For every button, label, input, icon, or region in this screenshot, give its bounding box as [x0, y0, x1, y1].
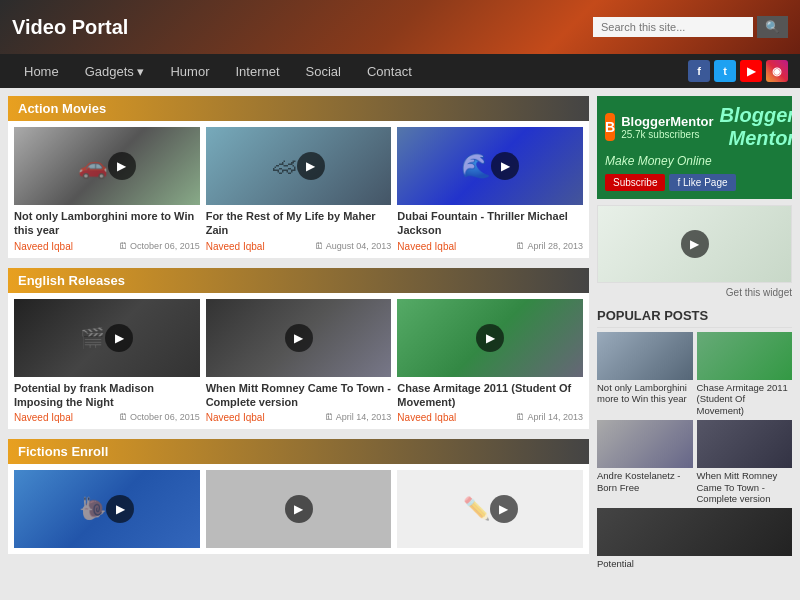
play-button[interactable]: ▶: [297, 152, 325, 180]
video-card[interactable]: ▶: [206, 470, 392, 548]
twitter-icon[interactable]: t: [714, 60, 736, 82]
nav-gadgets[interactable]: Gadgets ▾: [73, 58, 157, 85]
video-thumb: ▶: [14, 127, 200, 205]
video-date: 🗓 April 14, 2013: [516, 412, 583, 423]
section-videos-english: ▶ Potential by frank Madison Imposing th…: [8, 293, 589, 430]
video-card[interactable]: ▶: [14, 470, 200, 548]
video-card[interactable]: ▶ When Mitt Romney Came To Town - Comple…: [206, 299, 392, 424]
search-input[interactable]: [593, 17, 753, 37]
popular-item[interactable]: Andre Kostelanetz - Born Free: [597, 420, 693, 504]
youtube-icon[interactable]: ▶: [740, 60, 762, 82]
video-author: Naveed Iqbal: [397, 241, 456, 252]
like-button[interactable]: f Like Page: [669, 174, 735, 191]
nav-contact[interactable]: Contact: [355, 58, 424, 85]
video-thumb: ▶: [14, 470, 200, 548]
popular-item[interactable]: Chase Armitage 2011 (Student Of Movement…: [697, 332, 793, 416]
sidebar: B BloggerMentor 25.7k subscribers Blogge…: [597, 96, 792, 592]
video-meta: Naveed Iqbal 🗓 October 06, 2015: [14, 241, 200, 252]
section-english-releases: English Releases ▶ Potential by frank Ma…: [8, 268, 589, 430]
video-author: Naveed Iqbal: [14, 412, 73, 423]
video-thumb: ▶: [206, 127, 392, 205]
navbar: Home Gadgets ▾ Humor Internet Social Con…: [0, 54, 800, 88]
section-header-english: English Releases: [8, 268, 589, 293]
popular-item[interactable]: When Mitt Romney Came To Town - Complete…: [697, 420, 793, 504]
play-button[interactable]: ▶: [476, 324, 504, 352]
video-meta: Naveed Iqbal 🗓 August 04, 2013: [206, 241, 392, 252]
nav-links: Home Gadgets ▾ Humor Internet Social Con…: [12, 58, 424, 85]
video-date: 🗓 August 04, 2013: [315, 241, 392, 252]
play-button[interactable]: ▶: [490, 495, 518, 523]
coo-widget[interactable]: ▶: [597, 205, 792, 283]
video-meta: Naveed Iqbal 🗓 October 06, 2015: [14, 412, 200, 423]
video-thumb: ▶: [397, 299, 583, 377]
nav-social[interactable]: Social: [294, 58, 353, 85]
coo-thumb: ▶: [598, 206, 791, 282]
section-videos-action: ▶ Not only Lamborghini more to Win this …: [8, 121, 589, 258]
popular-thumb: [697, 420, 793, 468]
blogger-info: BloggerMentor 25.7k subscribers: [621, 114, 713, 140]
popular-thumb: [597, 332, 693, 380]
section-title-english: English Releases: [18, 273, 125, 288]
video-thumb: ▶: [14, 299, 200, 377]
popular-posts-section: POPULAR POSTS Not only Lamborghini more …: [597, 304, 792, 570]
play-button[interactable]: ▶: [285, 324, 313, 352]
play-button[interactable]: ▶: [105, 324, 133, 352]
blogger-top: B BloggerMentor 25.7k subscribers Blogge…: [605, 104, 784, 150]
video-thumb: ▶: [397, 127, 583, 205]
popular-row: Not only Lamborghini more to Win this ye…: [597, 332, 792, 416]
site-title: Video Portal: [12, 16, 128, 39]
popular-grid: Not only Lamborghini more to Win this ye…: [597, 332, 792, 570]
header: Video Portal 🔍: [0, 0, 800, 54]
instagram-icon[interactable]: ◉: [766, 60, 788, 82]
subscribe-button[interactable]: Subscribe: [605, 174, 665, 191]
play-button[interactable]: ▶: [491, 152, 519, 180]
popular-thumb: [697, 332, 793, 380]
video-title: For the Rest of My Life by Maher Zain: [206, 209, 392, 238]
play-button[interactable]: ▶: [285, 495, 313, 523]
video-date: 🗓 April 14, 2013: [325, 412, 392, 423]
video-date: 🗓 October 06, 2015: [119, 241, 200, 252]
popular-item-title: When Mitt Romney Came To Town - Complete…: [697, 470, 793, 504]
section-title-action: Action Movies: [18, 101, 106, 116]
popular-item[interactable]: Not only Lamborghini more to Win this ye…: [597, 332, 693, 416]
social-icons: f t ▶ ◉: [688, 60, 788, 82]
video-card[interactable]: ▶ Potential by frank Madison Imposing th…: [14, 299, 200, 424]
video-date: 🗓 April 28, 2013: [516, 241, 583, 252]
nav-home[interactable]: Home: [12, 58, 71, 85]
get-widget-link[interactable]: Get this widget: [597, 287, 792, 298]
video-title: Chase Armitage 2011 (Student Of Movement…: [397, 381, 583, 410]
section-header-action: Action Movies: [8, 96, 589, 121]
facebook-icon[interactable]: f: [688, 60, 710, 82]
video-author: Naveed Iqbal: [14, 241, 73, 252]
video-author: Naveed Iqbal: [206, 412, 265, 423]
video-meta: Naveed Iqbal 🗓 April 14, 2013: [206, 412, 392, 423]
video-card[interactable]: ▶ For the Rest of My Life by Maher Zain …: [206, 127, 392, 252]
popular-thumb: [597, 420, 693, 468]
video-thumb: ▶: [206, 299, 392, 377]
video-author: Naveed Iqbal: [206, 241, 265, 252]
video-title: Dubai Fountain - Thriller Michael Jackso…: [397, 209, 583, 238]
video-meta: Naveed Iqbal 🗓 April 14, 2013: [397, 412, 583, 423]
popular-item-title: Chase Armitage 2011 (Student Of Movement…: [697, 382, 793, 416]
search-container: 🔍: [593, 16, 788, 38]
section-action-movies: Action Movies ▶ Not only Lamborghini mor…: [8, 96, 589, 258]
video-thumb: ▶: [397, 470, 583, 548]
section-videos-fictions: ▶ ▶ ▶: [8, 464, 589, 554]
blogger-buttons: Subscribe f Like Page: [605, 174, 784, 191]
video-meta: Naveed Iqbal 🗓 April 28, 2013: [397, 241, 583, 252]
search-button[interactable]: 🔍: [757, 16, 788, 38]
video-card[interactable]: ▶ Not only Lamborghini more to Win this …: [14, 127, 200, 252]
popular-posts-title: POPULAR POSTS: [597, 304, 792, 328]
video-title: Not only Lamborghini more to Win this ye…: [14, 209, 200, 238]
play-button[interactable]: ▶: [106, 495, 134, 523]
blogger-name: BloggerMentor: [621, 114, 713, 129]
video-title: Potential by frank Madison Imposing the …: [14, 381, 200, 410]
video-card[interactable]: ▶ Chase Armitage 2011 (Student Of Moveme…: [397, 299, 583, 424]
video-card[interactable]: ▶: [397, 470, 583, 548]
popular-item[interactable]: Potential: [597, 508, 792, 569]
nav-internet[interactable]: Internet: [223, 58, 291, 85]
play-button[interactable]: ▶: [108, 152, 136, 180]
video-card[interactable]: ▶ Dubai Fountain - Thriller Michael Jack…: [397, 127, 583, 252]
nav-humor[interactable]: Humor: [158, 58, 221, 85]
play-button[interactable]: ▶: [681, 230, 709, 258]
